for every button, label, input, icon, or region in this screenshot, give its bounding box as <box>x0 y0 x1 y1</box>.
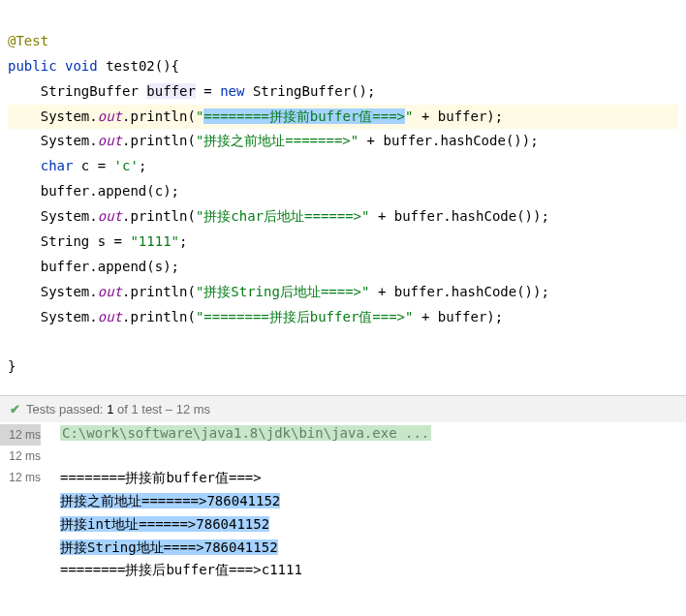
tail: + buffer.hashCode()); <box>369 208 548 224</box>
tests-of-text: of 1 test – 12 ms <box>113 402 210 416</box>
output-line-selected: 拼接int地址======>786041152 <box>60 516 269 532</box>
out-field: out <box>98 108 122 124</box>
ctor: StringBuffer(); <box>244 83 375 99</box>
output-line-selected: 拼接String地址====>786041152 <box>60 539 278 555</box>
sys: System. <box>41 133 98 148</box>
println: .println( <box>122 309 196 324</box>
tail: + buffer.hashCode()); <box>369 284 548 299</box>
sys: System. <box>41 309 98 324</box>
command-line: C:\work\software\java1.8\jdk\bin\java.ex… <box>60 425 431 441</box>
string-lit: "拼接char后地址======>" <box>196 208 370 224</box>
keyword-new: new <box>220 83 244 99</box>
semi: ; <box>139 158 146 173</box>
string-lit: "拼接之前地址=======>" <box>196 133 359 148</box>
out-field: out <box>98 284 122 299</box>
type-stringbuffer: StringBuffer <box>41 83 139 99</box>
tail: + buffer); <box>413 108 503 124</box>
sys: System. <box>41 208 98 224</box>
char-literal: 'c' <box>114 158 139 173</box>
append-call: buffer.append(c); <box>41 183 179 199</box>
string-lit: "========拼接后buffer值===>" <box>196 309 414 324</box>
tests-status-bar: ✔ Tests passed: 1 of 1 test – 12 ms <box>0 396 686 422</box>
time-entry[interactable]: 12 ms <box>0 467 41 488</box>
println: .println( <box>122 108 196 124</box>
keyword-char: char <box>41 158 74 173</box>
highlighted-line: System.out.println("========拼接前buffer值==… <box>8 105 678 130</box>
println: .println( <box>122 133 196 148</box>
output-line-selected: 拼接之前地址=======>786041152 <box>60 493 280 508</box>
sys: System. <box>41 284 98 299</box>
time-entry[interactable]: 12 ms <box>0 446 41 467</box>
char-decl: c = <box>73 158 113 173</box>
string-lit: "拼接String后地址====>" <box>196 284 370 299</box>
annotation: @Test <box>8 33 48 48</box>
output-line: ========拼接前buffer值===> <box>60 467 686 490</box>
out-field: out <box>98 133 122 148</box>
semi: ; <box>179 233 187 249</box>
keyword-public: public <box>8 58 57 74</box>
string-decl: String s = <box>41 233 131 249</box>
tests-passed-label: Tests passed: <box>26 402 104 416</box>
sig-tail: (){ <box>155 58 179 74</box>
string-lit: "1111" <box>130 233 179 249</box>
code-editor[interactable]: @Test public void test02(){ StringBuffer… <box>0 0 686 384</box>
check-icon: ✔ <box>10 402 20 416</box>
println: .println( <box>122 208 196 224</box>
eq: = <box>196 83 220 99</box>
tail: + buffer); <box>413 309 503 324</box>
time-entry[interactable]: 12 ms <box>0 424 41 446</box>
close-brace: } <box>8 358 16 374</box>
sys: System. <box>41 108 98 124</box>
out-field: out <box>98 309 122 324</box>
console-output[interactable]: C:\work\software\java1.8\jdk\bin\java.ex… <box>48 422 686 582</box>
method-name: test02 <box>106 58 155 74</box>
out-field: out <box>98 208 122 224</box>
append-call: buffer.append(s); <box>41 259 179 274</box>
output-line: ========拼接后buffer值===>c1111 <box>60 559 686 582</box>
println: .println( <box>122 284 196 299</box>
var-buffer: buffer <box>146 83 196 99</box>
test-results-panel: ✔ Tests passed: 1 of 1 test – 12 ms 12 m… <box>0 395 686 582</box>
tail: + buffer.hashCode()); <box>359 133 538 148</box>
time-column: 12 ms 12 ms 12 ms <box>0 422 48 582</box>
keyword-void: void <box>65 58 98 74</box>
string-selected: ========拼接前buffer值===> <box>203 108 405 124</box>
